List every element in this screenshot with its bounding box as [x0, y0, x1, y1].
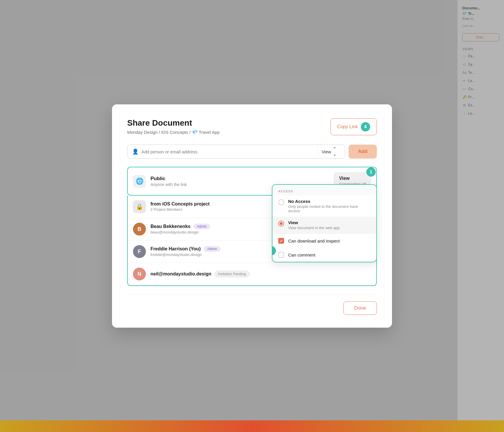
add-person-row: 👤 View ⌃⌄ Add	[127, 145, 377, 159]
public-subtitle: Anyone with the link	[150, 182, 187, 187]
breadcrumb-gem-icon: 💎	[192, 129, 198, 135]
svg-text:B: B	[138, 226, 141, 232]
view-permission-label: View	[322, 149, 331, 154]
done-button[interactable]: Done	[343, 301, 377, 315]
no-access-option[interactable]: No Access Only people invited to the doc…	[272, 195, 376, 217]
modal-breadcrumb: Monday Design / iOS Concepts / 💎 Travel …	[127, 129, 220, 135]
modal-footer: Done	[127, 294, 377, 315]
person-icon: 👤	[132, 148, 139, 155]
view-permission-select[interactable]: View ⌃⌄	[318, 146, 340, 157]
can-comment-checkbox[interactable]	[278, 252, 284, 258]
no-access-sub: Only people invited to the document have…	[288, 204, 370, 213]
share-document-modal: Share Document Monday Design / iOS Conce…	[112, 104, 392, 328]
breadcrumb-path: Monday Design / iOS Concepts /	[127, 130, 191, 135]
can-comment-row[interactable]: Can comment	[272, 248, 376, 262]
modal-title-section: Share Document Monday Design / iOS Conce…	[127, 118, 220, 135]
svg-text:F: F	[138, 249, 141, 254]
checkmark-icon: ✓	[280, 239, 283, 243]
no-access-text: No Access Only people invited to the doc…	[288, 199, 370, 213]
svg-text:N: N	[138, 271, 141, 277]
radio-inner-dot	[280, 222, 283, 225]
add-person-input[interactable]	[141, 149, 318, 154]
globe-icon: 🌐	[133, 175, 146, 188]
public-info: Public Anyone with the link	[150, 176, 187, 187]
breadcrumb-doc-name: Travel App	[199, 130, 220, 135]
freddie-admin-badge: Admin	[204, 246, 220, 252]
neil-name: neil@mondaystudio.design	[150, 271, 211, 277]
neil-pending-badge: Invitation Pending	[214, 271, 250, 277]
view-option[interactable]: View View document in the web app	[272, 217, 376, 233]
can-comment-label: Can comment	[288, 252, 315, 257]
view-option-text: View View document in the web app	[288, 220, 340, 230]
members-section: 🌐 Public Anyone with the link View Comme…	[127, 167, 377, 286]
step-1-badge: 1	[366, 167, 376, 177]
no-access-radio	[278, 199, 284, 205]
no-access-title: No Access	[288, 199, 370, 204]
beau-name: Beau Bekkenenks	[150, 224, 190, 229]
view-label: View	[339, 175, 349, 182]
beau-admin-badge: Admin	[193, 224, 210, 229]
modal-header: Share Document Monday Design / iOS Conce…	[127, 118, 377, 135]
neil-info: neil@mondaystudio.design Invitation Pend…	[150, 271, 371, 277]
add-button[interactable]: Add	[349, 145, 377, 159]
chevron-up-down-icon: ⌃⌄	[333, 146, 337, 157]
modal-overlay: Share Document Monday Design / iOS Conce…	[0, 0, 504, 432]
lock-icon: 🔒	[133, 200, 146, 213]
access-dropdown-panel: 2 3 ACCESS No Access Only people invited…	[272, 184, 377, 262]
bottom-gradient-bar	[0, 420, 504, 432]
view-option-title: View	[288, 220, 340, 225]
copy-link-label: Copy Link	[337, 124, 358, 129]
public-title: Public	[150, 176, 187, 182]
beau-avatar: B	[133, 223, 146, 236]
can-download-checkbox[interactable]: ✓	[278, 238, 284, 244]
add-person-input-wrap[interactable]: 👤 View ⌃⌄	[127, 145, 345, 159]
freddie-name: Freddie Harrison (You)	[150, 246, 201, 252]
copy-link-step-badge: 4	[361, 122, 370, 131]
member-row-neil: N neil@mondaystudio.design Invitation Pe…	[128, 263, 376, 285]
neil-avatar: N	[133, 268, 146, 280]
public-row-left: 🌐 Public Anyone with the link	[133, 175, 187, 188]
copy-link-button[interactable]: Copy Link 4	[330, 118, 377, 135]
modal-title: Share Document	[127, 118, 220, 128]
can-download-label: Can download and inspect	[288, 238, 340, 243]
freddie-avatar: F	[133, 245, 146, 258]
access-label: ACCESS	[272, 185, 376, 195]
view-option-sub: View document in the web app	[288, 226, 340, 230]
view-radio	[278, 221, 284, 226]
can-download-row[interactable]: ✓ Can download and inspect	[272, 234, 376, 248]
